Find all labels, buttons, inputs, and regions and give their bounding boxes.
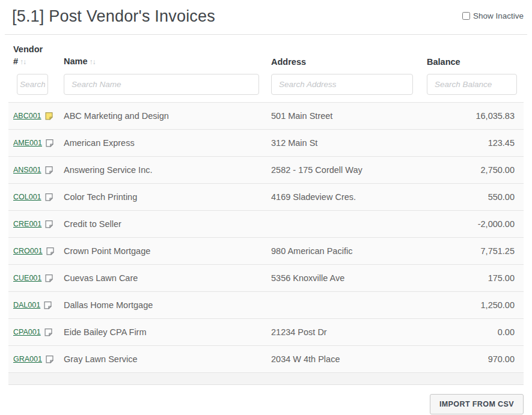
table-row: ABC001 ABC Marketing and Design 501 Main… (8, 103, 524, 130)
table-row: CUE001 Cuevas Lawn Care 5356 Knoxville A… (8, 265, 524, 292)
note-icon[interactable] (44, 193, 54, 202)
page-title: [5.1] Post Vendor's Invoices (12, 7, 215, 26)
show-inactive-toggle[interactable]: Show Inactive (462, 11, 524, 20)
column-header-balance: Balance (427, 56, 524, 68)
vendor-code-cell: GRA001 (8, 355, 64, 364)
vendor-balance-cell: 16,035.83 (427, 111, 524, 121)
note-icon[interactable] (44, 220, 54, 229)
vendor-code-link[interactable]: CRE001 (13, 220, 41, 228)
vendor-code-cell: CRO001 (8, 247, 64, 256)
show-inactive-checkbox[interactable] (462, 12, 470, 20)
vendor-code-link[interactable]: ANS001 (13, 166, 41, 174)
vendor-code-cell: ANS001 (8, 166, 64, 175)
vendor-code-cell: AME001 (8, 139, 64, 148)
vendor-code-cell: CPA001 (8, 328, 64, 337)
note-icon[interactable] (45, 139, 54, 148)
vendor-balance-cell: 175.00 (427, 273, 524, 283)
vendor-code-link[interactable]: CRO001 (13, 247, 43, 255)
note-icon[interactable] (45, 355, 54, 364)
search-balance-input[interactable] (427, 74, 517, 95)
vendor-address-cell: 4169 Sladeview Cres. (271, 192, 427, 202)
table-row: GRA001 Gray Lawn Service 2034 W 4th Plac… (8, 346, 524, 373)
table-row: AME001 American Express 312 Main St 123.… (8, 130, 524, 157)
vendor-name-cell: Dallas Home Mortgage (64, 300, 271, 310)
vendor-address-cell: 980 American Pacific (271, 246, 427, 256)
vendor-name-cell: Gray Lawn Service (64, 354, 271, 364)
vendors-table: Vendor #↑↓ Name↑↓ Address Balance ABC001… (8, 43, 524, 385)
note-icon[interactable] (44, 328, 53, 337)
show-inactive-label: Show Inactive (473, 11, 524, 20)
vendor-name-cell: Cuevas Lawn Care (64, 273, 271, 283)
vendor-code-link[interactable]: AME001 (13, 139, 42, 147)
vendor-balance-cell: 1,250.00 (427, 300, 524, 310)
vendor-address-cell: 21234 Post Dr (271, 327, 427, 337)
search-address-input[interactable] (271, 74, 413, 95)
table-footer-strip (8, 373, 524, 385)
note-icon[interactable] (43, 301, 52, 310)
table-row: CRE001 Credit to Seller -2,000.00 (8, 211, 524, 238)
vendor-code-cell: DAL001 (8, 301, 64, 310)
vendor-balance-cell: 123.45 (427, 138, 524, 148)
vendor-code-cell: CUE001 (8, 274, 64, 283)
note-icon[interactable] (44, 112, 54, 121)
vendor-name-cell: Color Tech Printing (64, 192, 271, 202)
vendor-code-cell: COL001 (8, 193, 64, 202)
vendor-code-cell: ABC001 (8, 112, 64, 121)
note-icon[interactable] (44, 274, 54, 283)
search-name-input[interactable] (64, 74, 259, 95)
column-header-name[interactable]: Name↑↓ (64, 55, 271, 68)
table-header-row: Vendor #↑↓ Name↑↓ Address Balance (8, 43, 524, 68)
vendor-name-cell: Eide Bailey CPA Firm (64, 327, 271, 337)
table-body: ABC001 ABC Marketing and Design 501 Main… (8, 102, 524, 373)
vendor-balance-cell: 0.00 (427, 327, 524, 337)
vendor-address-cell: 501 Main Street (271, 111, 427, 121)
vendor-address-cell: 2582 - 175 Cordell Way (271, 165, 427, 175)
table-row: ANS001 Answering Service Inc. 2582 - 175… (8, 157, 524, 184)
vendor-balance-cell: 7,751.25 (427, 246, 524, 256)
table-row: COL001 Color Tech Printing 4169 Sladevie… (8, 184, 524, 211)
note-icon[interactable] (46, 247, 55, 256)
vendor-code-link[interactable]: ABC001 (13, 112, 41, 120)
table-row: CPA001 Eide Bailey CPA Firm 21234 Post D… (8, 319, 524, 346)
column-header-vendor-number[interactable]: Vendor #↑↓ (8, 43, 50, 68)
sort-icon: ↑↓ (20, 58, 26, 66)
vendor-name-cell: ABC Marketing and Design (64, 111, 271, 121)
vendor-code-link[interactable]: CPA001 (13, 328, 41, 336)
search-vendor-number-input[interactable] (17, 74, 48, 95)
vendor-balance-cell: -2,000.00 (427, 219, 524, 229)
table-row: DAL001 Dallas Home Mortgage 1,250.00 (8, 292, 524, 319)
vendor-code-cell: CRE001 (8, 220, 64, 229)
vendor-name-cell: Credit to Seller (64, 219, 271, 229)
import-from-csv-button[interactable]: IMPORT FROM CSV (430, 394, 524, 414)
vendor-name-cell: Crown Point Mortgage (64, 246, 271, 256)
post-vendor-invoices-page: [5.1] Post Vendor's Invoices Show Inacti… (0, 0, 532, 414)
vendor-code-link[interactable]: COL001 (13, 193, 41, 201)
page-footer: IMPORT FROM CSV (0, 385, 532, 414)
title-divider (5, 34, 527, 35)
vendor-balance-cell: 2,750.00 (427, 165, 524, 175)
vendor-name-cell: American Express (64, 138, 271, 148)
vendor-balance-cell: 970.00 (427, 354, 524, 364)
vendor-address-cell: 312 Main St (271, 138, 427, 148)
note-icon[interactable] (44, 166, 54, 175)
vendor-code-link[interactable]: GRA001 (13, 355, 42, 363)
vendor-address-cell: 5356 Knoxville Ave (271, 273, 427, 283)
page-header: [5.1] Post Vendor's Invoices Show Inacti… (0, 0, 532, 26)
table-row: CRO001 Crown Point Mortgage 980 American… (8, 238, 524, 265)
sort-icon: ↑↓ (90, 58, 96, 66)
vendor-code-link[interactable]: CUE001 (13, 274, 41, 282)
column-header-address: Address (271, 56, 427, 68)
table-search-row (8, 74, 524, 95)
vendor-code-link[interactable]: DAL001 (13, 301, 40, 309)
vendor-address-cell: 2034 W 4th Place (271, 354, 427, 364)
vendor-balance-cell: 550.00 (427, 192, 524, 202)
vendor-name-cell: Answering Service Inc. (64, 165, 271, 175)
